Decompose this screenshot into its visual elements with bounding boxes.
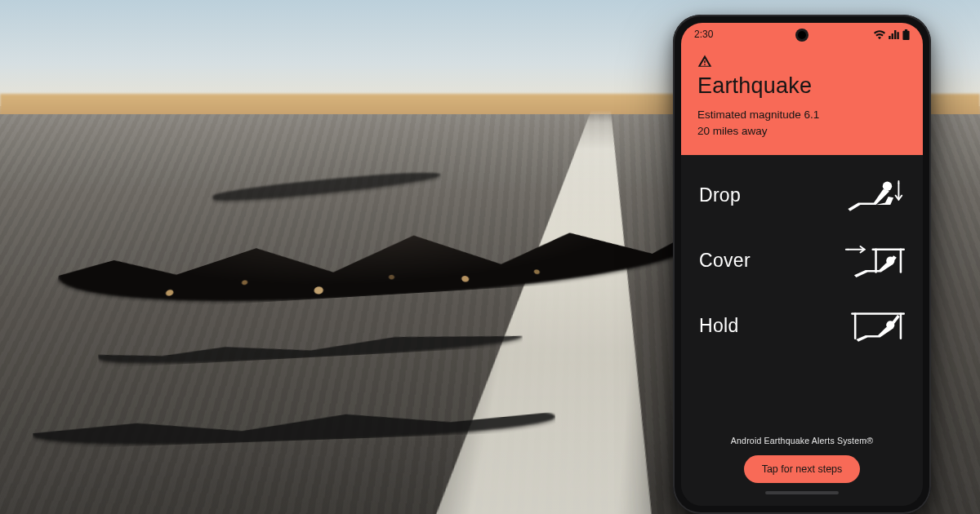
alert-footer: Android Earthquake Alerts System® Tap fo… <box>681 429 923 506</box>
step-label: Cover <box>699 250 751 272</box>
step-cover: Cover <box>699 241 905 279</box>
status-icons <box>874 29 910 40</box>
signal-icon <box>889 30 899 39</box>
hold-icon <box>843 307 905 344</box>
alert-subtext: Estimated magnitude 6.1 20 miles away <box>697 107 906 139</box>
composite-scene: 2:30 Earthquake <box>0 0 980 514</box>
next-steps-button[interactable]: Tap for next steps <box>744 455 861 483</box>
instructions-list: Drop <box>681 155 923 429</box>
battery-icon <box>902 29 910 40</box>
step-drop: Drop <box>699 176 905 214</box>
front-camera <box>798 31 806 39</box>
cover-icon <box>843 241 905 279</box>
drop-icon <box>843 176 905 214</box>
step-label: Hold <box>699 315 739 337</box>
warning-triangle-icon <box>697 54 712 69</box>
system-label: Android Earthquake Alerts System® <box>681 436 923 445</box>
alert-title: Earthquake <box>697 73 906 99</box>
home-indicator[interactable] <box>765 491 839 494</box>
step-label: Drop <box>699 184 741 206</box>
alert-distance: 20 miles away <box>697 123 906 140</box>
alert-header: Earthquake Estimated magnitude 6.1 20 mi… <box>681 46 923 155</box>
alert-magnitude: Estimated magnitude 6.1 <box>697 107 906 123</box>
status-time: 2:30 <box>694 29 713 40</box>
phone-frame: 2:30 Earthquake <box>673 15 931 514</box>
wifi-icon <box>874 30 885 39</box>
phone-screen: 2:30 Earthquake <box>681 23 923 506</box>
step-hold: Hold <box>699 307 905 344</box>
svg-point-0 <box>883 182 892 191</box>
